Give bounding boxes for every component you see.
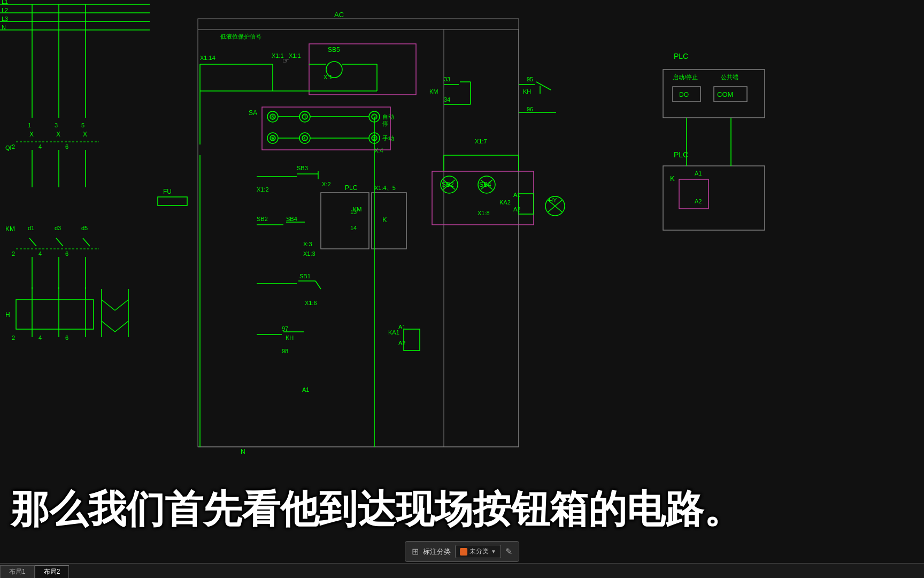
- svg-text:KM: KM: [429, 88, 438, 95]
- svg-text:A2: A2: [695, 198, 702, 204]
- svg-text:⑥: ⑥: [271, 135, 275, 141]
- svg-text:HY: HY: [549, 197, 557, 203]
- svg-text:K: K: [382, 216, 387, 224]
- svg-text:SB3: SB3: [297, 165, 308, 171]
- svg-text:X: X: [29, 131, 34, 138]
- svg-text:X1:8: X1:8: [478, 210, 490, 216]
- svg-text:A2: A2: [513, 206, 520, 212]
- grid-icon: ⊞: [412, 546, 419, 557]
- svg-text:启动/停止: 启动/停止: [673, 74, 698, 80]
- svg-text:PLC: PLC: [674, 52, 688, 60]
- svg-text:33: 33: [444, 76, 450, 82]
- svg-text:4: 4: [38, 334, 42, 341]
- category-label: 标注分类: [423, 547, 451, 557]
- svg-text:X1:4、5: X1:4、5: [374, 185, 396, 191]
- svg-text:X1:7: X1:7: [475, 138, 487, 144]
- svg-text:3: 3: [55, 122, 58, 128]
- svg-text:X1:6: X1:6: [305, 300, 317, 306]
- svg-text:X1:2: X1:2: [257, 186, 269, 193]
- svg-text:4: 4: [38, 143, 42, 150]
- svg-text:1: 1: [28, 122, 31, 128]
- svg-text:N: N: [241, 448, 245, 455]
- svg-text:公共端: 公共端: [721, 74, 738, 80]
- svg-text:SB2: SB2: [257, 216, 268, 222]
- tab-layout1[interactable]: 布局1: [0, 565, 35, 578]
- classification-dropdown[interactable]: 未分类 ▼: [455, 545, 501, 558]
- color-indicator: [460, 548, 467, 556]
- svg-text:L2: L2: [2, 7, 8, 13]
- svg-text:d3: d3: [55, 225, 61, 231]
- circuit-canvas: L1 L2 L3 N QF 1 3 5 X X X 2 4 6: [0, 0, 924, 578]
- svg-text:手动: 手动: [382, 135, 394, 141]
- svg-text:KH: KH: [286, 334, 294, 341]
- svg-text:PLC: PLC: [674, 150, 688, 159]
- svg-text:X:3: X:3: [303, 241, 312, 247]
- svg-text:☞: ☞: [282, 56, 289, 65]
- svg-text:K: K: [670, 174, 675, 182]
- svg-text:④: ④: [302, 135, 307, 141]
- svg-text:2: 2: [12, 250, 15, 257]
- svg-text:X:4: X:4: [374, 147, 383, 154]
- svg-text:4: 4: [38, 250, 42, 257]
- svg-text:5: 5: [81, 122, 84, 128]
- subtitle-text: 那么我们首先看他到达现场按钮箱的电路。: [0, 484, 924, 535]
- svg-text:SB4: SB4: [286, 216, 297, 222]
- svg-text:PLC: PLC: [345, 184, 358, 192]
- unclassified-label: 未分类: [469, 547, 489, 556]
- svg-text:6: 6: [65, 143, 68, 150]
- svg-text:KA1: KA1: [388, 329, 399, 336]
- svg-text:X: X: [56, 131, 60, 138]
- svg-text:AC: AC: [334, 11, 344, 19]
- svg-text:2: 2: [12, 143, 15, 150]
- svg-text:A2: A2: [398, 340, 405, 346]
- svg-text:X:1: X:1: [324, 74, 333, 80]
- svg-text:③: ③: [302, 114, 307, 120]
- svg-text:KH: KH: [523, 88, 531, 95]
- svg-text:98: 98: [282, 348, 288, 354]
- svg-text:d1: d1: [28, 225, 34, 231]
- bottom-toolbar: ⊞ 标注分类 未分类 ▼ ✎: [405, 541, 519, 562]
- svg-text:14: 14: [350, 225, 357, 231]
- svg-text:d5: d5: [81, 225, 88, 231]
- svg-text:34: 34: [444, 96, 450, 103]
- edit-icon[interactable]: ✎: [505, 546, 512, 557]
- svg-text:A1: A1: [302, 386, 309, 393]
- svg-text:KM: KM: [5, 225, 15, 233]
- svg-text:A1: A1: [695, 170, 702, 177]
- svg-text:DO: DO: [679, 91, 689, 98]
- svg-text:KM: KM: [353, 206, 362, 212]
- svg-text:N: N: [2, 24, 6, 31]
- svg-text:97: 97: [282, 325, 288, 332]
- svg-text:自动: 自动: [382, 113, 394, 120]
- tab-layout2[interactable]: 布局2: [35, 565, 70, 578]
- svg-text:2: 2: [12, 334, 15, 341]
- svg-text:低液位保护信号: 低液位保护信号: [220, 33, 261, 40]
- svg-text:H: H: [5, 311, 10, 318]
- svg-text:L3: L3: [2, 16, 8, 22]
- svg-text:6: 6: [65, 334, 68, 341]
- svg-text:X1:3: X1:3: [303, 250, 315, 257]
- svg-text:95: 95: [527, 76, 533, 82]
- svg-text:X1:14: X1:14: [200, 55, 215, 61]
- svg-text:SB5: SB5: [328, 46, 340, 54]
- svg-text:FU: FU: [163, 188, 172, 195]
- svg-text:6: 6: [65, 250, 68, 257]
- svg-text:⑤: ⑤: [271, 114, 275, 120]
- svg-text:SA: SA: [249, 109, 257, 117]
- tab-bar: 布局1 布局2: [0, 563, 924, 578]
- svg-text:X:2: X:2: [322, 181, 331, 187]
- dropdown-arrow-icon: ▼: [491, 549, 496, 554]
- svg-text:A1: A1: [513, 192, 520, 198]
- svg-text:COM: COM: [717, 90, 733, 98]
- svg-text:96: 96: [527, 106, 533, 112]
- svg-text:停: 停: [382, 120, 388, 127]
- svg-text:X1:1: X1:1: [289, 52, 301, 59]
- svg-text:SB1: SB1: [299, 273, 311, 279]
- svg-text:KA2: KA2: [499, 199, 511, 206]
- svg-text:L1: L1: [2, 0, 8, 5]
- svg-text:X: X: [83, 131, 87, 138]
